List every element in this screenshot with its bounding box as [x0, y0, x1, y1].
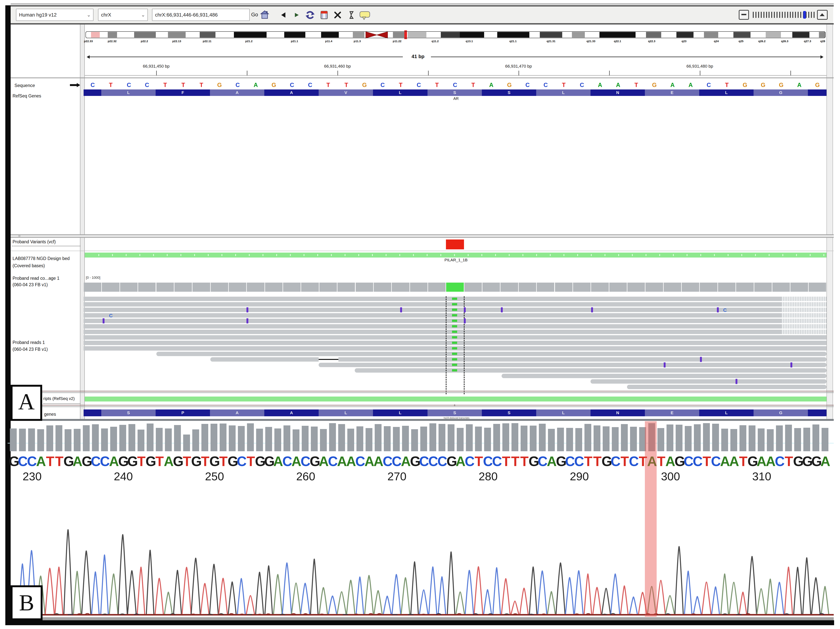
svg-text:q28: q28: [820, 39, 825, 43]
svg-text:q21.1: q21.1: [509, 39, 516, 43]
svg-text:p11.4: p11.4: [325, 39, 332, 43]
svg-text:p22.32: p22.32: [108, 39, 117, 43]
svg-text:q24: q24: [714, 39, 719, 43]
svg-text:q26.2: q26.2: [758, 39, 766, 43]
svg-text:p22.2: p22.2: [141, 39, 148, 43]
svg-text:p22.33: p22.33: [84, 39, 93, 43]
svg-text:q13.1: q13.1: [466, 39, 473, 43]
svg-text:q27.3: q27.3: [804, 39, 811, 43]
svg-text:p21.1: p21.1: [291, 39, 298, 43]
svg-text:p21.2: p21.2: [245, 39, 253, 43]
svg-text:p11.3: p11.3: [354, 39, 361, 43]
svg-text:p22.11: p22.11: [203, 39, 212, 43]
svg-text:q21.33: q21.33: [587, 39, 595, 43]
svg-text:q11.2: q11.2: [431, 39, 439, 43]
svg-text:p11.22: p11.22: [393, 39, 401, 43]
svg-text:q23: q23: [682, 39, 687, 43]
svg-text:q22.3: q22.3: [648, 39, 655, 43]
svg-text:q26.3: q26.3: [781, 39, 788, 43]
svg-text:q22.1: q22.1: [614, 39, 621, 43]
svg-text:p22.13: p22.13: [172, 39, 181, 43]
svg-text:q21.31: q21.31: [546, 39, 556, 43]
svg-text:q25: q25: [739, 39, 744, 43]
